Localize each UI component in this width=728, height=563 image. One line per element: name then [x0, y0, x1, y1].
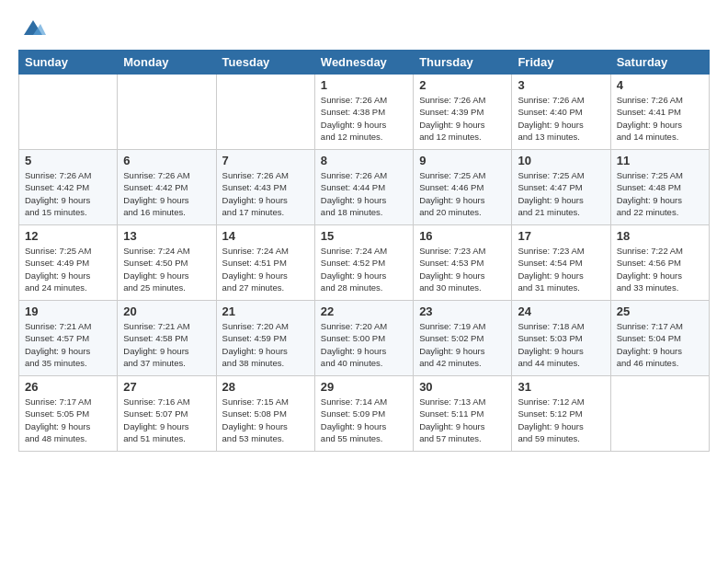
day-number: 9: [419, 154, 506, 167]
calendar-cell: 7Sunrise: 7:26 AM Sunset: 4:43 PM Daylig…: [216, 150, 314, 225]
day-info: Sunrise: 7:26 AM Sunset: 4:44 PM Dayligh…: [321, 169, 407, 218]
calendar-cell: 13Sunrise: 7:24 AM Sunset: 4:50 PM Dayli…: [118, 225, 216, 301]
header: [18, 15, 710, 40]
day-number: 3: [518, 78, 604, 92]
day-number: 7: [222, 154, 309, 167]
day-number: 14: [222, 229, 309, 243]
calendar-cell: 16Sunrise: 7:23 AM Sunset: 4:53 PM Dayli…: [414, 225, 512, 301]
day-info: Sunrise: 7:24 AM Sunset: 4:51 PM Dayligh…: [222, 245, 309, 293]
day-info: Sunrise: 7:19 AM Sunset: 5:02 PM Dayligh…: [419, 320, 506, 369]
calendar: SundayMondayTuesdayWednesdayThursdayFrid…: [18, 50, 710, 452]
day-info: Sunrise: 7:15 AM Sunset: 5:08 PM Dayligh…: [222, 396, 309, 444]
day-info: Sunrise: 7:24 AM Sunset: 4:52 PM Dayligh…: [321, 245, 407, 293]
day-info: Sunrise: 7:22 AM Sunset: 4:56 PM Dayligh…: [617, 245, 703, 293]
day-info: Sunrise: 7:20 AM Sunset: 4:59 PM Dayligh…: [222, 320, 309, 369]
day-number: 12: [25, 229, 111, 243]
calendar-cell: [216, 75, 314, 150]
calendar-cell: 23Sunrise: 7:19 AM Sunset: 5:02 PM Dayli…: [414, 301, 512, 376]
day-number: 25: [617, 304, 703, 318]
calendar-cell: 5Sunrise: 7:26 AM Sunset: 4:42 PM Daylig…: [19, 150, 118, 225]
day-info: Sunrise: 7:25 AM Sunset: 4:47 PM Dayligh…: [518, 169, 604, 218]
calendar-cell: 26Sunrise: 7:17 AM Sunset: 5:05 PM Dayli…: [19, 376, 118, 452]
calendar-cell: 8Sunrise: 7:26 AM Sunset: 4:44 PM Daylig…: [314, 150, 413, 225]
calendar-cell: 4Sunrise: 7:26 AM Sunset: 4:41 PM Daylig…: [610, 75, 709, 150]
day-info: Sunrise: 7:25 AM Sunset: 4:46 PM Dayligh…: [419, 169, 506, 218]
column-header-friday: Friday: [512, 51, 610, 75]
day-number: 18: [617, 229, 703, 243]
day-number: 10: [518, 154, 604, 167]
calendar-cell: 24Sunrise: 7:18 AM Sunset: 5:03 PM Dayli…: [512, 301, 610, 376]
calendar-cell: 15Sunrise: 7:24 AM Sunset: 4:52 PM Dayli…: [314, 225, 413, 301]
day-info: Sunrise: 7:23 AM Sunset: 4:54 PM Dayligh…: [518, 245, 604, 293]
day-number: 6: [123, 154, 210, 167]
calendar-header-row: SundayMondayTuesdayWednesdayThursdayFrid…: [19, 51, 710, 75]
day-info: Sunrise: 7:16 AM Sunset: 5:07 PM Dayligh…: [123, 396, 210, 444]
day-number: 16: [419, 229, 506, 243]
day-info: Sunrise: 7:20 AM Sunset: 5:00 PM Dayligh…: [321, 320, 407, 369]
calendar-week-5: 26Sunrise: 7:17 AM Sunset: 5:05 PM Dayli…: [19, 376, 710, 452]
day-info: Sunrise: 7:24 AM Sunset: 4:50 PM Dayligh…: [123, 245, 210, 293]
calendar-cell: 19Sunrise: 7:21 AM Sunset: 4:57 PM Dayli…: [19, 301, 118, 376]
day-info: Sunrise: 7:18 AM Sunset: 5:03 PM Dayligh…: [518, 320, 604, 369]
calendar-cell: 2Sunrise: 7:26 AM Sunset: 4:39 PM Daylig…: [414, 75, 512, 150]
column-header-monday: Monday: [118, 51, 216, 75]
day-info: Sunrise: 7:26 AM Sunset: 4:42 PM Dayligh…: [25, 169, 111, 218]
day-info: Sunrise: 7:21 AM Sunset: 4:58 PM Dayligh…: [123, 320, 210, 369]
calendar-week-3: 12Sunrise: 7:25 AM Sunset: 4:49 PM Dayli…: [19, 225, 710, 301]
calendar-cell: 30Sunrise: 7:13 AM Sunset: 5:11 PM Dayli…: [414, 376, 512, 452]
calendar-cell: 12Sunrise: 7:25 AM Sunset: 4:49 PM Dayli…: [19, 225, 118, 301]
logo-icon: [20, 15, 46, 40]
day-number: 30: [419, 380, 506, 394]
day-info: Sunrise: 7:13 AM Sunset: 5:11 PM Dayligh…: [419, 396, 506, 444]
calendar-cell: 6Sunrise: 7:26 AM Sunset: 4:42 PM Daylig…: [118, 150, 216, 225]
day-number: 28: [222, 380, 309, 394]
day-number: 2: [419, 78, 506, 92]
day-number: 23: [419, 304, 506, 318]
day-info: Sunrise: 7:17 AM Sunset: 5:05 PM Dayligh…: [25, 396, 111, 444]
day-info: Sunrise: 7:17 AM Sunset: 5:04 PM Dayligh…: [617, 320, 703, 369]
day-number: 29: [321, 380, 407, 394]
calendar-cell: 21Sunrise: 7:20 AM Sunset: 4:59 PM Dayli…: [216, 301, 314, 376]
day-info: Sunrise: 7:12 AM Sunset: 5:12 PM Dayligh…: [518, 396, 604, 444]
calendar-cell: 31Sunrise: 7:12 AM Sunset: 5:12 PM Dayli…: [512, 376, 610, 452]
calendar-cell: 10Sunrise: 7:25 AM Sunset: 4:47 PM Dayli…: [512, 150, 610, 225]
calendar-cell: 20Sunrise: 7:21 AM Sunset: 4:58 PM Dayli…: [118, 301, 216, 376]
calendar-cell: [610, 376, 709, 452]
day-number: 11: [617, 154, 703, 167]
day-number: 20: [123, 304, 210, 318]
logo: [18, 15, 46, 40]
day-number: 19: [25, 304, 111, 318]
day-number: 5: [25, 154, 111, 167]
calendar-cell: 14Sunrise: 7:24 AM Sunset: 4:51 PM Dayli…: [216, 225, 314, 301]
day-number: 4: [617, 78, 703, 92]
day-number: 13: [123, 229, 210, 243]
calendar-cell: 1Sunrise: 7:26 AM Sunset: 4:38 PM Daylig…: [314, 75, 413, 150]
day-info: Sunrise: 7:25 AM Sunset: 4:48 PM Dayligh…: [617, 169, 703, 218]
calendar-cell: 28Sunrise: 7:15 AM Sunset: 5:08 PM Dayli…: [216, 376, 314, 452]
day-number: 22: [321, 304, 407, 318]
column-header-sunday: Sunday: [19, 51, 118, 75]
day-number: 31: [518, 380, 604, 394]
day-number: 15: [321, 229, 407, 243]
calendar-cell: 9Sunrise: 7:25 AM Sunset: 4:46 PM Daylig…: [414, 150, 512, 225]
day-info: Sunrise: 7:14 AM Sunset: 5:09 PM Dayligh…: [321, 396, 407, 444]
day-number: 1: [321, 78, 407, 92]
day-number: 26: [25, 380, 111, 394]
calendar-cell: [118, 75, 216, 150]
day-number: 21: [222, 304, 309, 318]
calendar-week-1: 1Sunrise: 7:26 AM Sunset: 4:38 PM Daylig…: [19, 75, 710, 150]
column-header-tuesday: Tuesday: [216, 51, 314, 75]
day-number: 17: [518, 229, 604, 243]
calendar-cell: 27Sunrise: 7:16 AM Sunset: 5:07 PM Dayli…: [118, 376, 216, 452]
day-info: Sunrise: 7:23 AM Sunset: 4:53 PM Dayligh…: [419, 245, 506, 293]
calendar-cell: 25Sunrise: 7:17 AM Sunset: 5:04 PM Dayli…: [610, 301, 709, 376]
calendar-cell: 18Sunrise: 7:22 AM Sunset: 4:56 PM Dayli…: [610, 225, 709, 301]
page: SundayMondayTuesdayWednesdayThursdayFrid…: [0, 0, 728, 461]
day-number: 24: [518, 304, 604, 318]
calendar-week-4: 19Sunrise: 7:21 AM Sunset: 4:57 PM Dayli…: [19, 301, 710, 376]
column-header-saturday: Saturday: [610, 51, 709, 75]
day-info: Sunrise: 7:26 AM Sunset: 4:39 PM Dayligh…: [419, 94, 506, 143]
day-info: Sunrise: 7:26 AM Sunset: 4:42 PM Dayligh…: [123, 169, 210, 218]
day-info: Sunrise: 7:26 AM Sunset: 4:43 PM Dayligh…: [222, 169, 309, 218]
day-info: Sunrise: 7:26 AM Sunset: 4:40 PM Dayligh…: [518, 94, 604, 143]
